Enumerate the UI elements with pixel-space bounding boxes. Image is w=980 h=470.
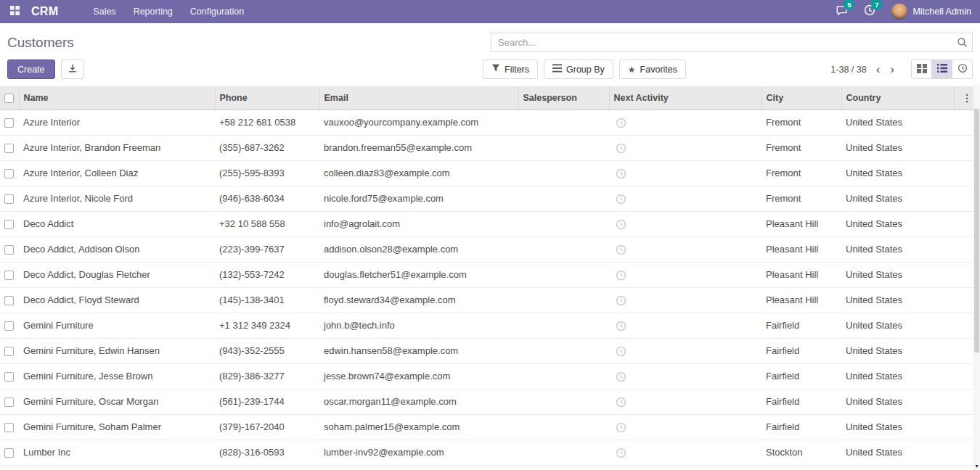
next-activity-clock-icon[interactable] — [616, 448, 626, 458]
table-row[interactable]: Deco Addict +32 10 588 558 info@agrolait… — [0, 211, 980, 236]
cell-email: lumber-inv92@example.com — [319, 440, 518, 465]
cell-email: floyd.steward34@example.com — [319, 287, 518, 313]
row-checkbox[interactable] — [4, 245, 14, 255]
row-select-cell — [0, 262, 19, 287]
group-by-icon — [552, 64, 562, 75]
row-select-cell — [0, 211, 19, 236]
table-row[interactable]: Deco Addict, Floyd Steward (145)-138-340… — [0, 287, 980, 313]
cell-name: Deco Addict, Douglas Fletcher — [19, 262, 215, 287]
select-all-cell — [0, 86, 19, 110]
cell-salesperson — [518, 262, 609, 287]
next-activity-clock-icon[interactable] — [616, 118, 626, 128]
cell-next-activity — [609, 389, 761, 414]
cell-country: United States — [841, 287, 954, 313]
row-checkbox[interactable] — [4, 372, 14, 382]
cell-city: Fairfield — [761, 313, 841, 338]
row-checkbox[interactable] — [4, 220, 14, 229]
next-activity-clock-icon[interactable] — [616, 270, 626, 281]
filters-label: Filters — [505, 65, 529, 75]
vertical-scrollbar[interactable]: ▾ — [973, 85, 980, 470]
control-panel-buttons: Create Filters — [0, 54, 980, 86]
row-checkbox[interactable] — [4, 296, 14, 305]
table-row[interactable]: Gemini Furniture, Jesse Brown (829)-386-… — [0, 363, 980, 389]
search-input[interactable] — [491, 33, 973, 52]
row-checkbox[interactable] — [4, 118, 14, 128]
next-activity-clock-icon[interactable] — [616, 244, 626, 255]
activities-badge: 7 — [871, 0, 882, 10]
table-row[interactable]: Azure Interior, Brandon Freeman (355)-68… — [0, 135, 980, 160]
activity-view-button[interactable] — [952, 59, 973, 79]
next-activity-clock-icon[interactable] — [616, 321, 626, 331]
next-activity-clock-icon[interactable] — [616, 219, 626, 230]
cell-city: Pleasant Hill — [761, 211, 841, 236]
row-checkbox[interactable] — [4, 194, 14, 204]
row-checkbox[interactable] — [4, 169, 14, 178]
cell-phone: (355)-687-3262 — [215, 135, 319, 160]
cell-salesperson — [518, 160, 609, 186]
table-row[interactable]: Deco Addict, Addison Olson (223)-399-763… — [0, 236, 980, 262]
row-select-cell — [0, 338, 19, 363]
menu-sales[interactable]: Sales — [84, 0, 124, 23]
favorites-button[interactable]: ★ Favorites — [619, 59, 686, 79]
select-all-checkbox[interactable] — [4, 94, 14, 103]
table-row[interactable]: Gemini Furniture, Edwin Hansen (943)-352… — [0, 338, 980, 363]
table-row[interactable]: Azure Interior, Colleen Diaz (255)-595-8… — [0, 160, 980, 186]
filters-button[interactable]: Filters — [483, 59, 538, 79]
table-row[interactable]: Deco Addict, Douglas Fletcher (132)-553-… — [0, 262, 980, 287]
activities-button[interactable]: 7 — [864, 4, 875, 19]
cell-phone: (255)-595-8393 — [215, 160, 319, 186]
menu-reporting[interactable]: Reporting — [125, 0, 181, 23]
next-activity-clock-icon[interactable] — [616, 422, 626, 433]
cell-salesperson — [518, 440, 609, 465]
search-icon[interactable] — [957, 37, 968, 51]
table-row[interactable]: Gemini Furniture, Soham Palmer (379)-167… — [0, 414, 980, 440]
menu-configuration[interactable]: Configuration — [181, 0, 253, 23]
row-checkbox[interactable] — [4, 347, 14, 356]
messages-button[interactable]: 5 — [836, 4, 848, 19]
next-activity-clock-icon[interactable] — [616, 295, 626, 306]
cell-city: Fairfield — [761, 414, 841, 440]
next-activity-clock-icon[interactable] — [616, 346, 626, 357]
table-row[interactable]: Azure Interior, Nicole Ford (946)-638-60… — [0, 186, 980, 211]
row-checkbox[interactable] — [4, 321, 14, 331]
scrollbar-thumb[interactable] — [974, 109, 979, 352]
cell-country: United States — [841, 363, 954, 389]
next-activity-clock-icon[interactable] — [616, 143, 626, 154]
column-header-city[interactable]: City — [761, 86, 841, 110]
row-checkbox[interactable] — [4, 271, 14, 280]
column-header-name[interactable]: Name — [19, 86, 215, 110]
column-header-country[interactable]: Country — [841, 86, 954, 110]
row-checkbox[interactable] — [4, 144, 14, 153]
table-row[interactable]: Gemini Furniture +1 312 349 2324 john.b@… — [0, 313, 980, 338]
apps-menu-button[interactable] — [6, 3, 24, 20]
group-by-button[interactable]: Group By — [544, 59, 613, 79]
pager-previous-button[interactable]: ‹ — [871, 63, 886, 75]
list-view-button[interactable] — [931, 59, 952, 79]
row-checkbox[interactable] — [4, 448, 14, 458]
next-activity-clock-icon[interactable] — [616, 371, 626, 382]
cell-next-activity — [609, 414, 761, 440]
column-header-phone[interactable]: Phone — [215, 86, 319, 110]
column-header-next-activity[interactable]: Next Activity — [609, 86, 761, 110]
next-activity-clock-icon[interactable] — [616, 168, 626, 179]
next-activity-clock-icon[interactable] — [616, 194, 626, 205]
user-avatar — [891, 4, 907, 20]
scrollbar-down-arrow[interactable]: ▾ — [973, 463, 980, 469]
column-header-salesperson[interactable]: Salesperson — [518, 86, 609, 110]
column-header-email[interactable]: Email — [319, 86, 518, 110]
table-row[interactable]: Azure Interior +58 212 681 0538 vauxoo@y… — [0, 110, 980, 135]
cell-email: edwin.hansen58@example.com — [319, 338, 518, 363]
table-row[interactable]: Gemini Furniture, Oscar Morgan (561)-239… — [0, 389, 980, 414]
app-title[interactable]: CRM — [31, 5, 58, 18]
row-checkbox[interactable] — [4, 397, 14, 407]
pager-next-button[interactable]: › — [885, 63, 899, 75]
table-row[interactable]: Lumber Inc (828)-316-0593 lumber-inv92@e… — [0, 440, 980, 465]
row-select-cell — [0, 389, 19, 414]
create-button[interactable]: Create — [7, 59, 55, 79]
export-button[interactable] — [61, 59, 84, 79]
next-activity-clock-icon[interactable] — [616, 397, 626, 408]
cell-phone: (829)-386-3277 — [215, 363, 319, 389]
row-checkbox[interactable] — [4, 423, 14, 432]
user-menu[interactable]: Mitchell Admin — [891, 4, 971, 20]
kanban-view-button[interactable] — [911, 59, 932, 79]
